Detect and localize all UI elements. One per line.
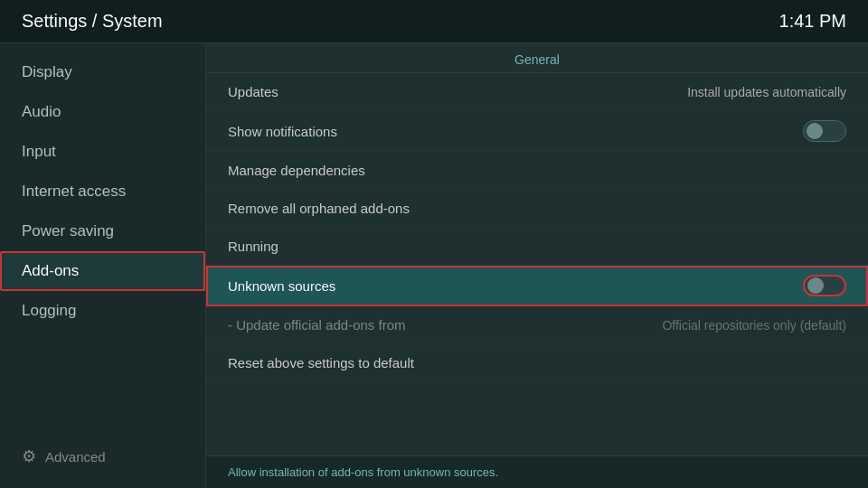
sidebar-item-internet-access[interactable]: Internet access	[0, 172, 205, 211]
content-area: General Updates Install updates automati…	[206, 43, 868, 488]
setting-label-reset-settings: Reset above settings to default	[228, 355, 414, 371]
sidebar-item-display[interactable]: Display	[0, 52, 205, 92]
gear-icon: ⚙	[22, 446, 36, 466]
advanced-label: Advanced	[45, 449, 106, 465]
advanced-button[interactable]: ⚙ Advanced	[0, 434, 205, 479]
toggle-knob-unknown-sources	[807, 277, 824, 294]
setting-label-update-from: - Update official add-ons from	[228, 317, 406, 333]
setting-label-unknown-sources: Unknown sources	[228, 278, 335, 294]
setting-row-show-notifications[interactable]: Show notifications	[206, 111, 868, 152]
settings-list: General Updates Install updates automati…	[206, 43, 868, 455]
setting-row-unknown-sources[interactable]: Unknown sources	[206, 266, 868, 306]
setting-label-running: Running	[228, 239, 278, 254]
page-title: Settings / System	[22, 11, 163, 32]
setting-value-update-from: Official repositories only (default)	[662, 318, 846, 333]
section-header-general: General	[206, 43, 868, 73]
setting-row-manage-dependencies[interactable]: Manage dependencies	[206, 152, 868, 190]
setting-label-updates: Updates	[228, 84, 278, 99]
sidebar: Display Audio Input Internet access Powe…	[0, 43, 206, 488]
setting-row-reset-settings[interactable]: Reset above settings to default	[206, 344, 868, 382]
toggle-show-notifications[interactable]	[803, 120, 846, 142]
sidebar-item-input[interactable]: Input	[0, 132, 205, 172]
setting-row-updates[interactable]: Updates Install updates automatically	[206, 73, 868, 111]
header: Settings / System 1:41 PM	[0, 0, 868, 43]
clock: 1:41 PM	[779, 11, 846, 32]
setting-label-manage-dependencies: Manage dependencies	[228, 163, 365, 178]
toggle-unknown-sources[interactable]	[803, 275, 846, 296]
sidebar-item-audio[interactable]: Audio	[0, 92, 205, 132]
setting-label-show-notifications: Show notifications	[228, 124, 337, 139]
footer-hint-text: Allow installation of add-ons from unkno…	[228, 465, 498, 479]
main-layout: Display Audio Input Internet access Powe…	[0, 43, 868, 488]
sidebar-item-power-saving[interactable]: Power saving	[0, 211, 205, 251]
sidebar-item-add-ons[interactable]: Add-ons	[0, 251, 205, 291]
setting-value-updates: Install updates automatically	[687, 85, 846, 99]
content-footer: Allow installation of add-ons from unkno…	[206, 455, 868, 488]
setting-row-remove-orphaned[interactable]: Remove all orphaned add-ons	[206, 190, 868, 228]
setting-row-update-from[interactable]: - Update official add-ons from Official …	[206, 306, 868, 344]
sidebar-item-logging[interactable]: Logging	[0, 291, 205, 331]
setting-label-remove-orphaned: Remove all orphaned add-ons	[228, 201, 410, 216]
toggle-knob	[807, 123, 823, 139]
setting-row-running[interactable]: Running	[206, 228, 868, 266]
